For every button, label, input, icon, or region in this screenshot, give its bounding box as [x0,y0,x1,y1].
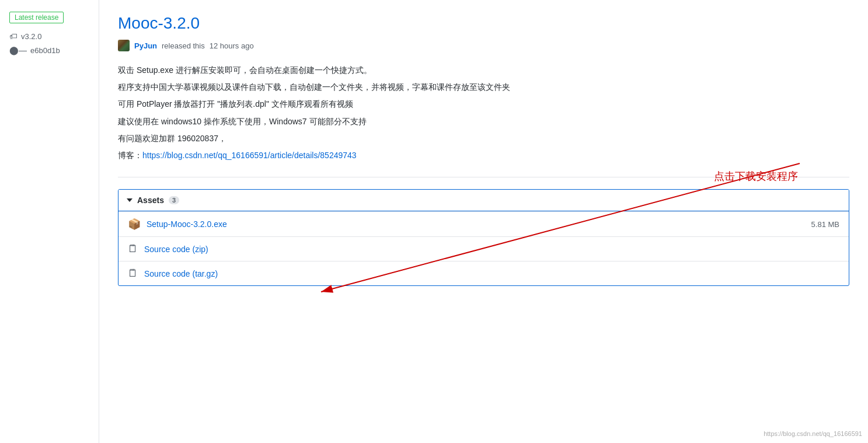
assets-label: Assets [137,196,164,205]
main-content: Mooc-3.2.0 PyJun released this 12 hours … [99,0,868,443]
asset-left-zip: 🗒 Source code (zip) [128,243,208,255]
asset-left-targz: 🗒 Source code (tar.gz) [128,267,218,280]
asset-item-exe: 📦 Setup-Mooc-3.2.0.exe 5.81 MB [118,211,849,236]
zip-file-icon: 🗒 [128,243,138,255]
annotation-text: 点击下载安装程序 [714,169,798,183]
version-label: v3.2.0 [21,32,41,41]
asset-item-zip: 🗒 Source code (zip) [118,236,849,261]
release-meta: PyJun released this 12 hours ago [118,40,849,51]
blog-prefix: 博客： [118,151,142,160]
desc-line1: 双击 Setup.exe 进行解压安装即可，会自动在桌面创建一个快捷方式。 [118,63,849,78]
commit-icon: ⬤— [9,46,27,55]
release-title: Mooc-3.2.0 [118,14,849,33]
commit-hash: e6b0d1b [30,46,60,55]
release-description: 双击 Setup.exe 进行解压安装即可，会自动在桌面创建一个快捷方式。 程序… [118,63,849,163]
asset-left-exe: 📦 Setup-Mooc-3.2.0.exe [128,218,227,231]
targz-download-link[interactable]: Source code (tar.gz) [144,269,218,278]
assets-header[interactable]: Assets 3 [118,190,849,211]
zip-name-suffix: (zip) [193,245,208,254]
targz-name-main: Source code [144,269,190,278]
sidebar: Latest release 🏷 v3.2.0 ⬤— e6b0d1b [0,0,99,443]
zip-download-link[interactable]: Source code (zip) [144,245,208,254]
zip-name-main: Source code [144,245,190,254]
sidebar-commit: ⬤— e6b0d1b [9,46,89,55]
exe-download-link[interactable]: Setup-Mooc-3.2.0.exe [147,219,227,229]
author-name[interactable]: PyJun [134,41,157,50]
blog-link[interactable]: https://blog.csdn.net/qq_16166591/articl… [142,151,357,160]
asset-item-targz: 🗒 Source code (tar.gz) [118,261,849,285]
exe-size: 5.81 MB [811,220,839,229]
exe-file-icon: 📦 [128,218,141,231]
desc-line5: 有问题欢迎加群 196020837， [118,131,849,146]
targz-name-suffix: (tar.gz) [193,269,218,278]
watermark: https://blog.csdn.net/qq_16166591 [764,430,862,437]
latest-release-badge[interactable]: Latest release [9,12,64,23]
released-text: released this [162,41,205,50]
tag-icon: 🏷 [9,32,18,41]
time-ago: 12 hours ago [210,41,254,50]
desc-line2: 程序支持中国大学慕课视频以及课件自动下载，自动创建一个文件夹，并将视频，字幕和课… [118,80,849,95]
avatar [118,40,130,51]
expand-icon [127,198,133,202]
desc-line3: 可用 PotPlayer 播放器打开 "播放列表.dpl" 文件顺序观看所有视频 [118,97,849,111]
desc-line6: 博客：https://blog.csdn.net/qq_16166591/art… [118,148,849,163]
targz-file-icon: 🗒 [128,267,138,280]
desc-line4: 建议使用在 windows10 操作系统下使用，Windows7 可能部分不支持 [118,114,849,129]
sidebar-version: 🏷 v3.2.0 [9,32,89,41]
assets-section: Assets 3 📦 Setup-Mooc-3.2.0.exe 5.81 MB … [118,189,849,286]
assets-count: 3 [169,196,179,204]
